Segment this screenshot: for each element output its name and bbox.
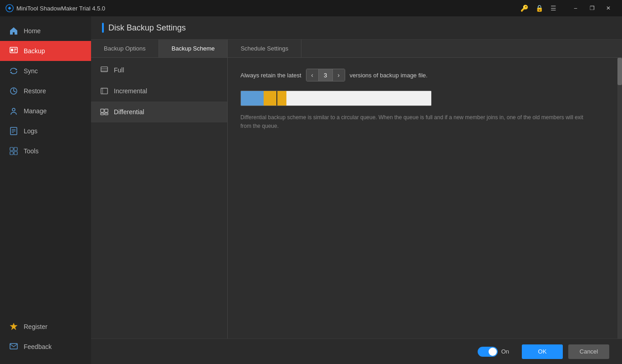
svg-rect-15	[10, 152, 13, 155]
sidebar-item-backup[interactable]: Backup	[0, 41, 91, 61]
version-decrement-button[interactable]: ‹	[306, 69, 318, 81]
sidebar-item-home[interactable]: Home	[0, 21, 91, 41]
svg-rect-26	[105, 113, 108, 115]
sync-icon	[9, 66, 18, 76]
svg-rect-21	[101, 88, 107, 94]
svg-rect-14	[14, 147, 17, 151]
full-scheme-icon	[100, 66, 108, 74]
svg-rect-25	[101, 113, 104, 115]
scheme-item-incremental[interactable]: Incremental	[91, 81, 227, 101]
version-label-text: Always retain the latest	[240, 72, 301, 79]
sidebar-item-register[interactable]: Register	[0, 317, 91, 337]
toggle-knob	[489, 348, 497, 356]
version-row: Always retain the latest ‹ 3 › versions …	[240, 69, 609, 81]
svg-rect-17	[10, 344, 17, 349]
minimize-button[interactable]: –	[567, 0, 584, 16]
on-off-toggle[interactable]	[478, 347, 498, 357]
toggle-wrap: On	[478, 347, 509, 357]
bar-diff-segment-2	[276, 91, 286, 106]
sidebar-item-logs-label: Logs	[24, 127, 37, 135]
titlebar: MiniTool ShadowMaker Trial 4.5.0 🔑 🔒 ☰ –…	[0, 0, 622, 16]
bar-diff-segment-1	[264, 91, 276, 106]
page-title: Disk Backup Settings	[108, 23, 186, 33]
sidebar-item-logs[interactable]: Logs	[0, 121, 91, 141]
bar-empty-segment	[286, 91, 431, 106]
sidebar-item-feedback[interactable]: Feedback	[0, 337, 91, 357]
scheme-item-differential-label: Differential	[114, 108, 144, 116]
incremental-scheme-icon	[100, 87, 108, 95]
window-controls: – ❐ ✕	[567, 0, 617, 16]
register-icon	[9, 322, 18, 331]
app-icon	[5, 4, 14, 12]
svg-rect-24	[105, 109, 108, 112]
scheme-description: Differential backup scheme is similar to…	[240, 113, 596, 131]
scheme-list: Full Incremental	[91, 58, 228, 339]
manage-icon	[9, 106, 18, 116]
sidebar-item-manage[interactable]: Manage	[0, 101, 91, 121]
version-spinner: ‹ 3 ›	[306, 69, 345, 81]
differential-scheme-icon	[100, 108, 108, 116]
version-suffix-text: versions of backup image file.	[350, 72, 428, 79]
lock-icon[interactable]: 🔒	[535, 5, 543, 12]
bar-full-segment	[241, 91, 264, 106]
sidebar-item-sync-label: Sync	[24, 67, 38, 75]
sidebar-item-backup-label: Backup	[24, 47, 45, 55]
scheme-item-full[interactable]: Full	[91, 60, 227, 81]
sidebar-item-home-label: Home	[24, 27, 41, 35]
scheme-settings: Always retain the latest ‹ 3 › versions …	[228, 58, 622, 339]
menu-icon[interactable]: ☰	[551, 5, 556, 12]
page-header: Disk Backup Settings	[91, 16, 622, 40]
close-button[interactable]: ✕	[600, 0, 617, 16]
logs-icon	[9, 126, 18, 136]
version-value: 3	[318, 69, 333, 81]
sidebar-item-manage-label: Manage	[24, 107, 47, 115]
tools-icon	[9, 147, 18, 156]
svg-point-8	[12, 108, 15, 111]
cancel-button[interactable]: Cancel	[568, 344, 609, 359]
tab-backup-options[interactable]: Backup Options	[91, 40, 159, 57]
svg-rect-3	[14, 49, 16, 50]
dialog-area: Backup Options Backup Scheme Schedule Se…	[91, 40, 622, 339]
sidebar-item-feedback-label: Feedback	[24, 343, 51, 350]
tab-schedule-settings[interactable]: Schedule Settings	[228, 40, 301, 57]
app-body: Home Backup Sync Res	[0, 16, 622, 364]
header-accent-bar	[102, 23, 104, 33]
svg-rect-13	[10, 147, 13, 151]
main-content: Disk Backup Settings Backup Options Back…	[91, 16, 622, 364]
titlebar-actions: 🔑 🔒 ☰ – ❐ ✕	[520, 0, 617, 16]
sidebar-item-sync[interactable]: Sync	[0, 61, 91, 81]
version-increment-button[interactable]: ›	[333, 69, 345, 81]
two-panel: Full Incremental	[91, 58, 622, 339]
scheme-item-incremental-label: Incremental	[114, 87, 147, 95]
tab-backup-scheme[interactable]: Backup Scheme	[159, 40, 228, 57]
sidebar-item-restore[interactable]: Restore	[0, 81, 91, 101]
sidebar: Home Backup Sync Res	[0, 16, 91, 364]
backup-visualization-bar	[240, 91, 432, 106]
home-icon	[9, 26, 18, 35]
scrollbar-thumb[interactable]	[617, 58, 622, 85]
sidebar-item-tools[interactable]: Tools	[0, 141, 91, 161]
svg-rect-23	[101, 109, 104, 112]
toggle-label: On	[501, 348, 509, 355]
sidebar-item-restore-label: Restore	[24, 87, 46, 95]
restore-icon	[9, 86, 18, 96]
svg-rect-2	[11, 49, 13, 51]
sidebar-item-tools-label: Tools	[24, 147, 39, 155]
sidebar-item-register-label: Register	[24, 323, 47, 330]
restore-button[interactable]: ❐	[584, 0, 600, 16]
tab-bar: Backup Options Backup Scheme Schedule Se…	[91, 40, 622, 58]
feedback-icon	[9, 342, 18, 351]
scheme-item-full-label: Full	[114, 66, 124, 74]
ok-button[interactable]: OK	[522, 344, 563, 359]
backup-icon	[9, 46, 18, 56]
app-title: MiniTool ShadowMaker Trial 4.5.0	[16, 5, 105, 12]
key-icon[interactable]: 🔑	[520, 5, 528, 12]
scheme-item-differential[interactable]: Differential	[91, 101, 227, 122]
bottom-bar: On OK Cancel	[91, 339, 622, 364]
app-logo: MiniTool ShadowMaker Trial 4.5.0	[5, 4, 520, 12]
svg-rect-16	[14, 152, 17, 155]
svg-rect-4	[14, 51, 15, 51]
scrollbar-track[interactable]	[617, 58, 622, 339]
sidebar-bottom: Register Feedback	[0, 317, 91, 364]
